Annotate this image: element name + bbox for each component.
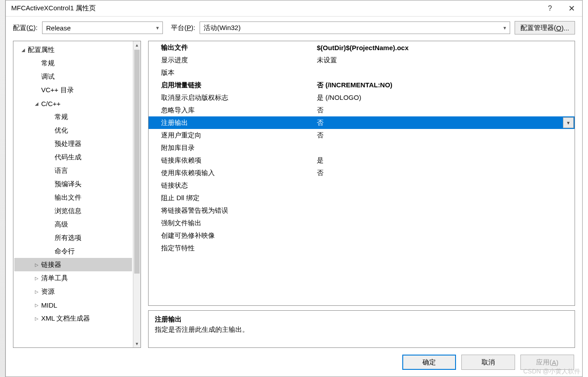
tree-item[interactable]: 代码生成 [14, 150, 132, 164]
property-row[interactable]: 忽略导入库否 [149, 104, 575, 116]
config-label: 配置(C): [13, 24, 38, 32]
property-row[interactable]: 附加库目录 [149, 141, 575, 154]
property-label: 附加库目录 [149, 144, 315, 152]
property-value[interactable]: 否 [315, 119, 575, 127]
dialog-footer: 确定 取消 应用(A) [6, 351, 582, 377]
property-row[interactable]: 链接状态 [149, 179, 575, 192]
tree-pane: ◢配置属性常规调试VC++ 目录◢C/C++常规优化预处理器代码生成语言预编译头… [13, 41, 141, 348]
platform-value: 活动(Win32) [204, 24, 241, 32]
tree-collapsed-icon[interactable]: ▷ [34, 316, 39, 321]
property-row[interactable]: 将链接器警告视为错误 [149, 204, 575, 217]
platform-combo[interactable]: 活动(Win32) ▼ [200, 21, 510, 34]
tree-item-label: 所有选项 [55, 234, 81, 242]
property-value[interactable]: 是 [315, 156, 575, 165]
help-icon: ? [548, 4, 552, 13]
tree-item-label: 资源 [41, 287, 55, 296]
tree-item[interactable]: 优化 [14, 124, 132, 137]
tree-item[interactable]: ◢C/C++ [14, 97, 132, 110]
config-value: Release [46, 24, 71, 32]
help-button[interactable]: ? [539, 0, 561, 17]
close-icon: ✕ [568, 4, 575, 13]
description-text: 指定是否注册此生成的主输出。 [155, 326, 568, 334]
property-row[interactable]: 注册输出否▼ [149, 116, 575, 129]
tree-item-label: 高级 [55, 220, 68, 229]
ok-button[interactable]: 确定 [402, 355, 456, 370]
watermark: CSDN @小黄人软件 [523, 368, 580, 376]
tree-item[interactable]: ▷XML 文档生成器 [14, 312, 132, 325]
description-pane: 注册输出 指定是否注册此生成的主输出。 [148, 310, 575, 348]
description-title: 注册输出 [155, 315, 568, 324]
close-button[interactable]: ✕ [561, 0, 582, 17]
dropdown-button[interactable]: ▼ [563, 117, 574, 128]
tree-item[interactable]: 浏览信息 [14, 204, 132, 218]
tree-item-label: VC++ 目录 [41, 86, 74, 94]
tree-item[interactable]: ▷MIDL [14, 298, 132, 312]
scroll-track[interactable] [133, 274, 141, 340]
property-grid[interactable]: 输出文件$(OutDir)$(ProjectName).ocx显示进度未设置版本… [148, 41, 575, 306]
property-row[interactable]: 启用增量链接否 (/INCREMENTAL:NO) [149, 79, 575, 91]
property-label: 将链接器警告视为错误 [149, 206, 315, 215]
property-value[interactable]: 否 (/INCREMENTAL:NO) [315, 81, 575, 90]
property-row[interactable]: 输出文件$(OutDir)$(ProjectName).ocx [149, 41, 575, 54]
title-text: MFCActiveXControl1 属性页 [11, 4, 96, 13]
property-value[interactable]: 未设置 [315, 56, 575, 64]
tree-item[interactable]: ▷清单工具 [14, 271, 132, 285]
tree-item-label: 优化 [55, 126, 68, 135]
scroll-down-icon[interactable]: ▼ [133, 340, 141, 347]
tree-item-label: 常规 [55, 113, 68, 121]
tree-item[interactable]: 预处理器 [14, 137, 132, 150]
property-value[interactable]: $(OutDir)$(ProjectName).ocx [315, 44, 575, 51]
property-row[interactable]: 链接库依赖项是 [149, 154, 575, 167]
property-row[interactable]: 使用库依赖项输入否 [149, 167, 575, 179]
property-row[interactable]: 显示进度未设置 [149, 54, 575, 66]
property-value[interactable]: 否 [315, 106, 575, 115]
config-combo[interactable]: Release ▼ [42, 21, 163, 34]
config-manager-button[interactable]: 配置管理器(O)... [515, 21, 575, 34]
tree-item[interactable]: 语言 [14, 164, 132, 177]
chevron-down-icon: ▼ [503, 26, 507, 30]
tree-item[interactable]: 所有选项 [14, 231, 132, 244]
tree-scrollbar[interactable]: ▲ ▼ [133, 41, 141, 347]
property-row[interactable]: 逐用户重定向否 [149, 129, 575, 141]
tree-collapsed-icon[interactable]: ▷ [34, 276, 39, 281]
property-label: 输出文件 [149, 43, 315, 52]
property-value[interactable]: 否 [315, 169, 575, 177]
property-row[interactable]: 强制文件输出 [149, 217, 575, 229]
titlebar-controls: ? ✕ [539, 0, 582, 17]
tree-collapsed-icon[interactable]: ▷ [34, 262, 39, 267]
property-value[interactable]: 是 (/NOLOGO) [315, 94, 575, 102]
tree-item[interactable]: 输出文件 [14, 191, 132, 204]
tree-expanded-icon[interactable]: ◢ [34, 101, 39, 106]
tree-item[interactable]: VC++ 目录 [14, 83, 132, 97]
tree-item[interactable]: 调试 [14, 70, 132, 83]
tree-view[interactable]: ◢配置属性常规调试VC++ 目录◢C/C++常规优化预处理器代码生成语言预编译头… [13, 41, 133, 347]
property-row[interactable]: 取消显示启动版权标志是 (/NOLOGO) [149, 91, 575, 104]
tree-item-label: 命令行 [55, 247, 75, 256]
property-row[interactable]: 创建可热修补映像 [149, 229, 575, 242]
tree-expanded-icon[interactable]: ◢ [21, 47, 26, 52]
tree-collapsed-icon[interactable]: ▷ [34, 303, 39, 308]
tree-item[interactable]: ◢配置属性 [14, 43, 132, 56]
property-row[interactable]: 指定节特性 [149, 242, 575, 254]
tree-item-label: C/C++ [41, 100, 60, 107]
scroll-thumb[interactable] [134, 50, 140, 274]
tree-item[interactable]: 常规 [14, 110, 132, 124]
tree-item[interactable]: ▷资源 [14, 285, 132, 298]
tree-item-label: 浏览信息 [55, 207, 81, 215]
tree-item[interactable]: 预编译头 [14, 177, 132, 191]
tree-item[interactable]: 高级 [14, 218, 132, 231]
tree-collapsed-icon[interactable]: ▷ [34, 289, 39, 294]
tree-item[interactable]: 常规 [14, 56, 132, 70]
property-label: 显示进度 [149, 56, 315, 64]
cancel-button[interactable]: 取消 [461, 355, 515, 370]
tree-item[interactable]: ▷链接器 [14, 258, 132, 271]
property-label: 忽略导入库 [149, 106, 315, 115]
property-value[interactable]: 否 [315, 131, 575, 140]
tree-item[interactable]: 命令行 [14, 244, 132, 258]
chevron-down-icon: ▼ [566, 120, 571, 125]
property-row[interactable]: 版本 [149, 66, 575, 79]
property-row[interactable]: 阻止 Dll 绑定 [149, 192, 575, 204]
property-label: 链接状态 [149, 181, 315, 190]
property-label: 强制文件输出 [149, 219, 315, 227]
scroll-up-icon[interactable]: ▲ [133, 41, 141, 49]
